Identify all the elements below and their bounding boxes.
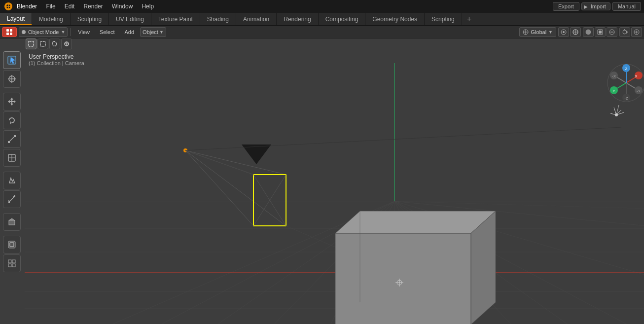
menu-file[interactable]: File: [42, 2, 59, 11]
menu-window[interactable]: Window: [108, 2, 137, 11]
select-circle-mode[interactable]: [37, 38, 48, 49]
grid-canvas: X -X -Y Y Z -Z: [25, 38, 644, 324]
svg-rect-59: [8, 241, 15, 248]
select-mode-4[interactable]: [61, 38, 72, 49]
svg-point-12: [563, 31, 565, 33]
tab-compositing[interactable]: Compositing: [319, 13, 366, 25]
svg-rect-27: [29, 41, 34, 46]
workspace-tabs: Layout Modeling Sculpting UV Editing Tex…: [0, 13, 644, 26]
tab-geometry-nodes[interactable]: Geometry Nodes: [365, 13, 425, 25]
svg-text:-X: -X: [612, 74, 616, 78]
pivot-snap-group: [558, 27, 581, 37]
tool-mask[interactable]: [3, 236, 21, 253]
select-box-mode[interactable]: [26, 38, 36, 49]
svg-rect-61: [8, 260, 11, 263]
svg-rect-64: [12, 264, 15, 267]
header-toolbar: Object Mode ▼ View Select Add Object ▼ G…: [0, 26, 644, 38]
tool-select[interactable]: [3, 51, 21, 69]
menu-help[interactable]: Help: [138, 2, 158, 11]
svg-point-21: [623, 30, 627, 34]
svg-rect-47: [14, 135, 16, 137]
shading-overlay-group: [583, 27, 617, 37]
blender-logo[interactable]: [3, 1, 14, 12]
tool-annotate[interactable]: [3, 172, 21, 189]
xray-button[interactable]: [607, 27, 617, 37]
svg-point-8: [22, 30, 26, 34]
svg-rect-62: [12, 260, 15, 263]
overlay-button[interactable]: [595, 27, 606, 37]
manual-button[interactable]: Manual: [612, 2, 641, 11]
svg-text:Y: Y: [612, 89, 615, 93]
separator-1: [71, 28, 71, 36]
import-button[interactable]: Import: [589, 3, 608, 9]
tab-rendering[interactable]: Rendering: [277, 13, 318, 25]
proportional-edit[interactable]: [631, 27, 642, 37]
tool-move[interactable]: [3, 93, 21, 110]
svg-point-17: [586, 30, 591, 35]
tab-texture-paint[interactable]: Texture Paint: [151, 13, 200, 25]
svg-marker-100: [242, 144, 271, 164]
svg-point-138: [615, 113, 618, 116]
svg-marker-104: [335, 233, 471, 324]
svg-rect-4: [6, 29, 9, 32]
svg-marker-105: [335, 211, 496, 233]
tab-layout[interactable]: Layout: [0, 13, 32, 25]
object-menu[interactable]: Object ▼: [140, 27, 166, 37]
svg-text:-Z: -Z: [624, 96, 628, 101]
object-mode-selector[interactable]: Object Mode ▼: [19, 27, 68, 37]
viewport-3d[interactable]: X -X -Y Y Z -Z: [25, 38, 644, 324]
export-button[interactable]: Export: [553, 2, 579, 11]
svg-line-101: [185, 150, 253, 175]
viewport-shading-solid[interactable]: [583, 27, 594, 37]
svg-rect-56: [14, 195, 15, 197]
svg-rect-5: [10, 29, 12, 32]
svg-rect-48: [8, 141, 10, 143]
tab-uv-editing[interactable]: UV Editing: [109, 13, 151, 25]
svg-rect-28: [40, 41, 45, 46]
svg-marker-44: [10, 121, 12, 124]
svg-text:-Y: -Y: [637, 89, 641, 93]
svg-rect-19: [599, 31, 602, 34]
tool-poly-build[interactable]: [3, 254, 21, 272]
svg-rect-6: [6, 33, 9, 35]
select-menu[interactable]: Select: [96, 28, 119, 36]
svg-marker-41: [10, 104, 13, 106]
tab-sculpting[interactable]: Sculpting: [71, 13, 109, 25]
svg-rect-7: [10, 33, 12, 35]
snap-button[interactable]: [570, 27, 581, 37]
add-workspace-button[interactable]: +: [462, 13, 476, 25]
tool-measure[interactable]: [3, 190, 21, 208]
svg-marker-42: [8, 100, 10, 103]
svg-text:X: X: [635, 74, 638, 78]
tab-scripting[interactable]: Scripting: [425, 13, 462, 25]
svg-rect-57: [9, 220, 15, 225]
tab-modeling[interactable]: Modeling: [32, 13, 71, 25]
top-menu-bar: Blender File Edit Render Window Help Exp…: [0, 0, 644, 13]
menu-edit[interactable]: Edit: [61, 2, 79, 11]
tab-animation[interactable]: Animation: [236, 13, 277, 25]
svg-line-92: [185, 150, 286, 226]
select-lasso-mode[interactable]: [49, 38, 60, 49]
svg-line-91: [185, 150, 286, 175]
pivot-point-button[interactable]: [558, 27, 569, 37]
tab-shading[interactable]: Shading: [200, 13, 236, 25]
menu-render[interactable]: Render: [79, 2, 107, 11]
svg-line-52: [9, 196, 15, 202]
tool-scale[interactable]: [3, 130, 21, 148]
svg-marker-43: [14, 100, 16, 103]
gizmo-toggle[interactable]: [619, 27, 630, 37]
left-toolbar: [3, 51, 23, 272]
transform-orientation-selector[interactable]: Global ▼: [519, 27, 556, 37]
select-mode-bar: [26, 38, 72, 49]
svg-line-90: [185, 150, 253, 226]
svg-rect-63: [8, 264, 11, 267]
svg-rect-55: [8, 202, 10, 203]
tool-cursor[interactable]: [3, 70, 21, 88]
tool-transform[interactable]: [3, 149, 21, 167]
editor-type-button[interactable]: [2, 27, 17, 37]
app-title: Blender: [17, 3, 37, 10]
tool-add-cube[interactable]: [3, 213, 21, 231]
add-menu[interactable]: Add: [121, 28, 139, 36]
tool-rotate[interactable]: [3, 111, 21, 129]
view-menu[interactable]: View: [74, 28, 94, 36]
